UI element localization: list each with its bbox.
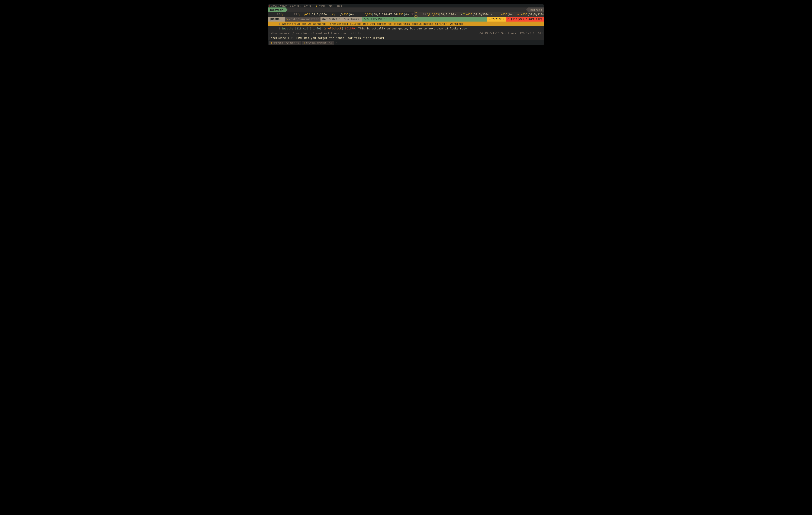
- loclist-line-number: 2: [268, 26, 282, 31]
- python-icon: ◆: [271, 42, 272, 44]
- location-list[interactable]: 1iweather|98 col 23 warning| [shellcheck…: [268, 22, 544, 31]
- chevron-left-icon: ◂: [326, 5, 328, 7]
- warning-sign-icon: [414, 15, 417, 18]
- line-number: 97: [290, 12, 298, 17]
- app-tab-label: gruvbox (Python): [306, 42, 328, 44]
- code-text: \t \033[38;5;226m _ /""\033[38;5;250m.-.…: [427, 12, 544, 17]
- command-line-text: [shellcheck] SC1049: Did you forget the …: [269, 36, 384, 39]
- clock: ◷ 10/15, 04:19: [269, 5, 287, 7]
- terminal-window: ◷ 10/15, 04:19 ⇅ 0.0 kB↓ 0.0 kB↑ ◆ Pytho…: [268, 4, 544, 45]
- clock-icon: ◷: [269, 5, 270, 7]
- code-line[interactable]: 96\t: [268, 12, 285, 17]
- line-number: 98: [418, 12, 427, 17]
- mode-indicator: [NORMAL]: [268, 17, 285, 22]
- loclist-text: iweather|98 col 23 warning| [shellcheck]…: [282, 22, 544, 26]
- location-list-item[interactable]: 1iweather|98 col 23 warning| [shellcheck…: [268, 22, 544, 26]
- command-line[interactable]: [shellcheck] SC1049: Did you forget the …: [268, 36, 544, 40]
- loclist-line-number: 1: [268, 22, 282, 26]
- buffers-label: buffers: [530, 8, 542, 11]
- position-segment: 58% 112/191:18 [0]: [362, 17, 487, 22]
- code-text: \t \033[38;5;226m \\ /\033[0m \033[38;5;…: [298, 12, 414, 17]
- buffers-indicator[interactable]: buffers: [528, 7, 544, 12]
- warning-sign-icon: [414, 10, 417, 13]
- time-segment: 04:19 Oct-15 Sun [unix]: [320, 17, 362, 22]
- error-count-segment[interactable]: E:[116(#2)]⚑:6(₩:112): [506, 17, 544, 22]
- warning-count-segment[interactable]: ⚠:2(₩:98): [487, 17, 505, 22]
- code-text: \t: [282, 12, 285, 17]
- code-line[interactable]: 97\t \033[38;5;226m \\ /\033[0m \033[38;…: [285, 12, 414, 17]
- app-tab[interactable]: ◆gruvbox (Python)⌥1: [269, 41, 301, 45]
- chevron-left-icon: ◂: [333, 5, 335, 7]
- add-tab-button[interactable]: +: [335, 42, 338, 44]
- editor-pane[interactable]: 96\t97\t \033[38;5;226m \\ /\033[0m \033…: [268, 12, 544, 17]
- net-down: ⇅ 0.0 kB↓: [290, 5, 301, 7]
- terminal-app-tabs: ◆gruvbox (Python)⌥1◆gruvbox (Python)⌥2+: [268, 40, 544, 45]
- file-path-segment: ✎ <rslo/bin/iweather: [285, 17, 321, 22]
- app-tab-label: gruvbox (Python): [273, 42, 295, 44]
- python-icon: ◆: [316, 5, 317, 7]
- app-tab-shortcut: ⌥1: [296, 42, 299, 44]
- file-icon: ✎: [286, 17, 288, 22]
- python-icon: ◆: [303, 42, 305, 44]
- clock-text: 10/15, 04:19: [271, 5, 287, 7]
- lang-crumb: ◆ Python ◂ Vim ◂ -bash: [316, 5, 342, 7]
- loclist-path: [/Users/marslo/.marslo/bin/iweather] [Lo…: [269, 31, 362, 36]
- location-list-status: [/Users/marslo/.marslo/bin/iweather] [Lo…: [268, 31, 544, 36]
- statusline: [NORMAL] ✎ <rslo/bin/iweather 04:19 Oct-…: [268, 17, 544, 22]
- loclist-text: iweather|110 col 1 info| [shellcheck] SC…: [282, 26, 544, 31]
- net-up: 0.0 kB↑: [303, 5, 313, 7]
- system-top-bar: ◷ 10/15, 04:19 ⇅ 0.0 kB↓ 0.0 kB↑ ◆ Pytho…: [268, 4, 544, 7]
- buffer-tab-active[interactable]: iweather: [268, 7, 286, 12]
- app-tab-shortcut: ⌥2: [329, 42, 332, 44]
- buffer-tab-label: iweather: [269, 8, 283, 11]
- loclist-position: 04:19 Oct-15 Sun [unix] 12% 1/8:1 [69]: [480, 31, 543, 36]
- buffer-tab-bar: iweather buffers: [268, 7, 544, 12]
- line-number: 96: [272, 12, 282, 17]
- app-tab[interactable]: ◆gruvbox (Python)⌥2: [301, 41, 334, 45]
- code-line[interactable]: 98\t \033[38;5;226m _ /""\033[38;5;250m.…: [414, 12, 544, 17]
- location-list-item[interactable]: 2iweather|110 col 1 info| [shellcheck] S…: [268, 26, 544, 31]
- sign-column: [414, 10, 418, 19]
